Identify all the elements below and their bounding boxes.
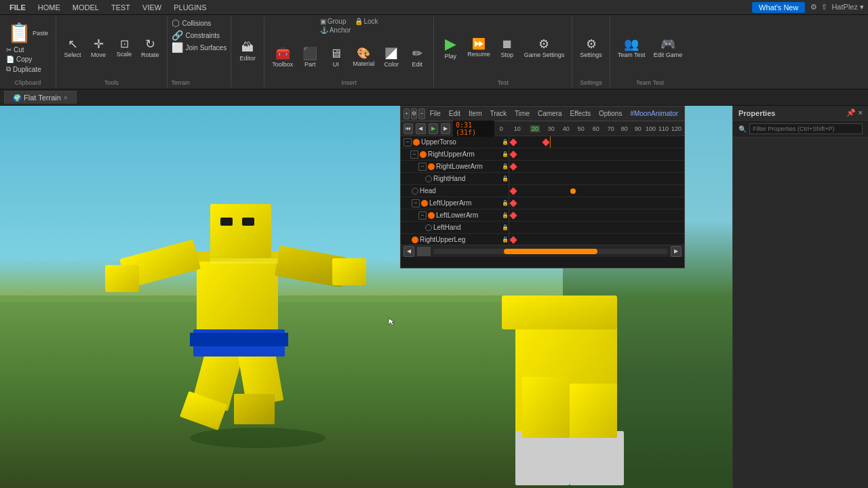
copy-button[interactable]: 📄 Copy: [4, 55, 52, 64]
name-rightupperarm: RightUpperArm: [428, 150, 475, 158]
timeline-head[interactable]: [509, 185, 684, 197]
user-label[interactable]: HatPlez ▾: [831, 3, 864, 12]
kf-leftupperarm-0[interactable]: [509, 199, 517, 207]
lock-lefthand[interactable]: 🔒: [502, 224, 509, 230]
lock-label: Lock: [364, 18, 378, 25]
tools-items: ↖ Select ✛ Move ⊡ Scale ↻ Rotate: [60, 18, 163, 78]
lock-righthand[interactable]: 🔒: [502, 176, 509, 182]
lock-uppertorso[interactable]: 🔒: [502, 139, 509, 145]
material-button[interactable]: 🎨 Material: [349, 46, 378, 69]
timeline-menu-camera[interactable]: Camera: [534, 109, 566, 118]
timeline-menu-options[interactable]: Options: [595, 109, 625, 118]
move-button[interactable]: ✛ Move: [86, 36, 111, 60]
timeline-leftupperarm[interactable]: [509, 197, 684, 209]
rotate-button[interactable]: ↻ Rotate: [138, 36, 163, 60]
part-button[interactable]: ⬛ Part: [298, 45, 322, 70]
kf-rightlowerarm-0[interactable]: [509, 163, 517, 170]
play-button[interactable]: ▶ Play: [438, 35, 462, 62]
menu-view[interactable]: VIEW: [137, 2, 167, 13]
expand-uppertorso[interactable]: −: [403, 138, 412, 146]
kf-head-1[interactable]: [570, 188, 576, 194]
kf-head-0[interactable]: [509, 187, 517, 195]
select-button[interactable]: ↖ Select: [60, 36, 85, 60]
menu-plugins[interactable]: PLUGINS: [168, 2, 212, 13]
expand-leftupperarm[interactable]: −: [412, 199, 420, 207]
expand-rightupperarm[interactable]: −: [410, 150, 418, 159]
scroll-left-button[interactable]: ◀: [403, 246, 414, 257]
properties-close-button[interactable]: ×: [859, 108, 863, 117]
share-icon[interactable]: ⇧: [821, 3, 827, 12]
kf-uppertorso-0[interactable]: [509, 138, 517, 146]
game-settings-button[interactable]: ⚙ Game Settings: [521, 36, 568, 60]
lock-rightlowerarm[interactable]: 🔒: [502, 163, 509, 169]
paste-button[interactable]: 📋 Paste: [4, 22, 52, 45]
timeline-menu-effects[interactable]: Effects: [567, 109, 594, 118]
menu-home[interactable]: HOME: [33, 2, 66, 13]
properties-pin-button[interactable]: 📌: [846, 108, 856, 117]
timeline-rewind-button[interactable]: ⏮: [403, 123, 413, 134]
timeline-next-button[interactable]: ▶: [441, 123, 450, 134]
edit-game-button[interactable]: 🎮 Edit Game: [650, 36, 686, 60]
edit-label: Edit: [412, 61, 422, 68]
test-label: Test: [497, 78, 509, 86]
scale-button[interactable]: ⊡ Scale: [112, 37, 136, 60]
resume-button[interactable]: ⏩ Resume: [464, 37, 494, 60]
timeline-menu-edit[interactable]: Edit: [446, 109, 464, 118]
timeline-menu-time[interactable]: Time: [511, 109, 533, 118]
timeline-add-button[interactable]: +: [403, 108, 410, 119]
timeline-menu-file[interactable]: File: [427, 109, 444, 118]
settings-button[interactable]: ⚙ Settings: [576, 36, 606, 60]
timeline-rightlowerarm[interactable]: [509, 161, 684, 172]
menu-file[interactable]: FILE: [4, 2, 31, 13]
track-uppertorso: − UpperTorso 🔒: [401, 136, 684, 148]
lock-leftupperarm[interactable]: 🔒: [502, 200, 509, 206]
duplicate-button[interactable]: ⧉ Duplicate: [4, 64, 52, 74]
settings-icon[interactable]: ⚙: [810, 3, 817, 12]
timeline-uppertorso[interactable]: [509, 136, 684, 148]
timeline-prev-button[interactable]: ◀: [416, 123, 425, 134]
timeline-menu-moonanimator[interactable]: #MoonAnimator: [627, 109, 682, 118]
viewport[interactable]: + ⚙ − File Edit Item Track Time Camera E…: [0, 106, 732, 488]
flat-terrain-tab-close[interactable]: ×: [64, 94, 68, 102]
timeline-menu-item[interactable]: Item: [465, 109, 485, 118]
timeline-minimize-button[interactable]: −: [418, 108, 425, 119]
track-rightupperarm: − RightUpperArm 🔒: [401, 148, 684, 161]
filter-properties-input[interactable]: [749, 123, 863, 134]
cut-button[interactable]: ✂ Cut: [4, 45, 52, 54]
timeline-righthand[interactable]: [509, 173, 684, 184]
dot-leftupperarm: [421, 200, 428, 207]
ui-button[interactable]: 🖥 UI: [323, 45, 348, 70]
kf-rightupperleg-0[interactable]: [509, 236, 517, 243]
timeline-menu-track[interactable]: Track: [486, 109, 510, 118]
editor-button[interactable]: 🏔 Editor: [235, 39, 260, 64]
lock-leftlowerarm[interactable]: 🔒: [502, 212, 509, 218]
team-test-button[interactable]: 👥 Team Test: [614, 36, 649, 60]
expand-leftlowerarm[interactable]: −: [418, 211, 427, 220]
track-rightlowerarm: − RightLowerArm 🔒: [401, 161, 684, 173]
lock-rightupperarm[interactable]: 🔒: [502, 151, 509, 157]
flat-terrain-tab[interactable]: 🌍 Flat Terrain ×: [4, 91, 77, 104]
menu-test[interactable]: TEST: [106, 2, 136, 13]
menu-model[interactable]: MODEL: [67, 2, 104, 13]
timeline-play-button[interactable]: ▶: [429, 123, 438, 134]
kf-rightupperarm-0[interactable]: [509, 150, 517, 158]
scroll-right-button[interactable]: ▶: [671, 246, 682, 257]
stop-button[interactable]: ⏹ Stop: [495, 36, 519, 60]
lock-rightupperleg[interactable]: 🔒: [502, 237, 509, 243]
timeline-rightupperleg[interactable]: [509, 234, 684, 245]
expand-rightlowerarm[interactable]: −: [418, 163, 427, 171]
scroll-track[interactable]: [433, 249, 668, 254]
whats-new-button[interactable]: What's New: [752, 2, 805, 13]
timeline-settings-button[interactable]: ⚙: [411, 108, 417, 119]
timeline-lefthand[interactable]: [509, 222, 684, 233]
timeline-leftlowerarm[interactable]: [509, 209, 684, 221]
part-icon: ⬛: [302, 47, 317, 60]
kf-leftlowerarm-0[interactable]: [509, 211, 517, 219]
scroll-thumb[interactable]: [504, 249, 597, 254]
timeline-rightupperarm[interactable]: [509, 148, 684, 160]
scroll-zoom-button[interactable]: [417, 247, 431, 256]
color-button[interactable]: Color: [379, 45, 403, 70]
kf-uppertorso-1[interactable]: [542, 138, 549, 146]
edit-button[interactable]: ✏ Edit: [405, 45, 429, 70]
toolbox-button[interactable]: 🧰 Toolbox: [269, 45, 296, 70]
